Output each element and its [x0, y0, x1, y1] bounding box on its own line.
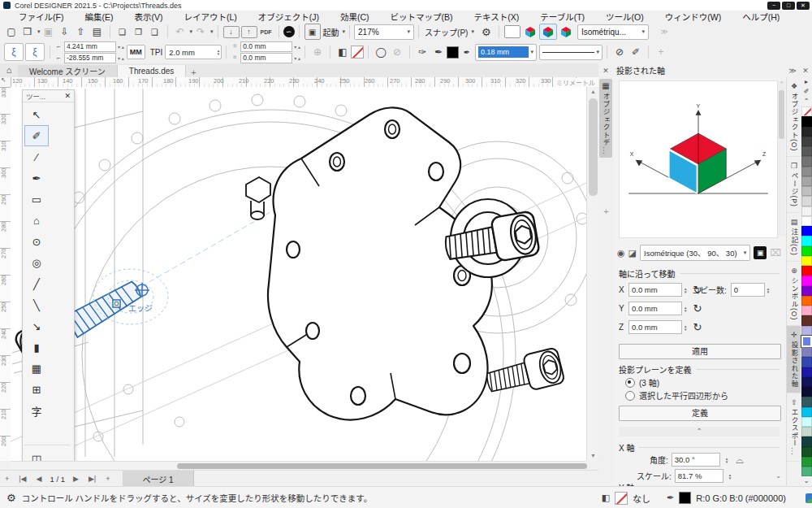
arrowhead-settings-icon[interactable]: ✐: [628, 45, 643, 59]
palette-swatch-ff00ff[interactable]: [801, 276, 812, 285]
corel-launcher-icon[interactable]: ∽: [283, 26, 295, 37]
vertical-scroll-thumb[interactable]: [589, 98, 598, 196]
add-docker-icon[interactable]: +: [598, 206, 614, 216]
palette-swatch-000000[interactable]: [801, 116, 812, 126]
no-projection-button[interactable]: [504, 25, 520, 38]
offset2-spin-icons[interactable]: ▾ ▴: [294, 55, 300, 61]
save-preset-icon[interactable]: ▣: [754, 246, 767, 259]
palette-swatch-262626[interactable]: [801, 127, 812, 137]
palette-swatch-00ffff[interactable]: [801, 236, 812, 245]
scroll-down-icon[interactable]: ▼: [587, 451, 599, 461]
menu-item-8[interactable]: テーブル(T): [529, 11, 595, 23]
previous-page-icon[interactable]: ◀: [32, 475, 47, 483]
open-dropdown-icon[interactable]: ▾: [37, 28, 41, 35]
outline-pen-icon[interactable]: ✒: [431, 45, 446, 59]
caliper-bracket[interactable]: [246, 107, 525, 419]
pitch-spinner[interactable]: ▴▾: [218, 49, 220, 55]
axis-field-z[interactable]: 0.0 mm: [628, 320, 682, 334]
snap-menu[interactable]: スナップ(P): [425, 26, 468, 38]
palette-scroll-up-icon[interactable]: ⌃: [804, 97, 810, 106]
palette-swatch-49b379[interactable]: [801, 467, 812, 476]
projection-preset-select[interactable]: Isométrique (30、 90、 30) ▾: [640, 245, 750, 261]
palette-swatch-6680e6[interactable]: [801, 336, 812, 347]
x-spin-icons[interactable]: ▾ ▴: [118, 44, 124, 50]
palette-swatch-404040[interactable]: [801, 137, 812, 146]
angle-spinner[interactable]: ▴▾: [726, 457, 728, 463]
menu-item-0[interactable]: ファイル(F): [8, 11, 74, 23]
ellipse-mode-icon[interactable]: ◯: [374, 45, 388, 59]
pick-tool[interactable]: ↖: [24, 104, 49, 125]
menu-item-5[interactable]: 効果(C): [330, 11, 380, 23]
close-button[interactable]: ✕: [797, 2, 810, 10]
palette-swatch-33595e[interactable]: [801, 397, 812, 406]
docker-tab-5[interactable]: ⇧エクスポー...: [787, 393, 801, 462]
pitch-field[interactable]: 2.0 mm ▴▾: [165, 45, 222, 59]
cylinder-tool[interactable]: ▮: [24, 336, 49, 358]
extrude-tool[interactable]: ◫: [24, 448, 49, 461]
minimize-button[interactable]: −: [767, 2, 780, 10]
docker-tab-4[interactable]: ✛投影された軸: [787, 326, 801, 393]
axis-field-y[interactable]: 0.0 mm: [628, 302, 682, 315]
outline-width-value[interactable]: 0.18 mm: [478, 46, 529, 58]
line-style-select[interactable]: ▾: [539, 45, 603, 60]
palette-swatch-1a1aa6[interactable]: [801, 367, 812, 377]
undo-dropdown-icon[interactable]: ▾: [190, 28, 193, 35]
palette-flyout-icon[interactable]: ▸: [805, 77, 808, 87]
thread-style-button-1[interactable]: ξ: [4, 43, 24, 61]
image-adjustment-icon[interactable]: [806, 493, 812, 503]
rectangle-tool[interactable]: ▭: [24, 189, 49, 210]
delete-preset-icon[interactable]: ⌧: [770, 247, 781, 258]
palette-swatch-123f3f[interactable]: [801, 436, 812, 446]
offset2-field[interactable]: 0.0 mm: [240, 53, 292, 63]
docker-bottom-chevron-icon[interactable]: ⌄: [775, 472, 781, 480]
import-cloud-button[interactable]: ⇩: [58, 24, 72, 39]
redo-dropdown-icon[interactable]: ▾: [210, 28, 214, 35]
docker-tab-1[interactable]: ❐ページ(P): [787, 157, 801, 213]
palette-swatch-ff0000[interactable]: [801, 266, 812, 276]
palette-swatch-ff6600[interactable]: [801, 296, 812, 306]
docker-tab-3[interactable]: ⊛シンボル(O): [787, 262, 801, 326]
add-page-after-icon[interactable]: +: [101, 475, 114, 483]
status-gear-icon[interactable]: ⚙: [6, 492, 16, 504]
outline-settings-icon[interactable]: ⊘: [612, 45, 627, 59]
ellipse-tool[interactable]: ◎: [24, 252, 49, 273]
fill-bucket-icon[interactable]: ◧: [335, 45, 350, 59]
palette-swatch-8c8c8c[interactable]: [801, 167, 812, 176]
pen-tool[interactable]: ✒: [24, 167, 49, 189]
palette-swatch-00e600[interactable]: [801, 246, 812, 256]
protractor-icon[interactable]: ⌓: [736, 454, 744, 466]
thread-style-button-2[interactable]: ξ: [25, 43, 45, 61]
outline-color-swatch[interactable]: [447, 46, 459, 59]
tab-threads-document[interactable]: Threads.des: [118, 65, 187, 77]
next-page-icon[interactable]: ▶: [68, 475, 84, 483]
palette-swatch-b4b4e6[interactable]: [801, 326, 812, 336]
maximize-button[interactable]: □: [782, 2, 795, 10]
save-button[interactable]: ▣: [41, 24, 56, 39]
docker-tab-0[interactable]: ❖オブジェクト(O): [787, 77, 801, 157]
launch-dropdown-icon[interactable]: ▾: [343, 28, 346, 35]
menu-item-9[interactable]: ツール(O): [595, 11, 654, 23]
menu-item-11[interactable]: ヘルプ(H): [732, 11, 790, 23]
drawing-canvas[interactable]: エッジ ツー... ✕ ↖✐∕✒▭⌂⊙◎╱╲↘▮▦⊞字◫✎◧✑◯✥✐✛⚲Ψ✂@⊃…: [11, 87, 586, 461]
publish-pdf-button[interactable]: PDF: [259, 24, 274, 39]
menu-item-3[interactable]: レイアウト(L): [173, 11, 247, 23]
docker-scroll-up-icon[interactable]: ⌃: [778, 80, 785, 86]
scale-spinner[interactable]: ▴▾: [729, 473, 732, 480]
palette-swatch-none[interactable]: [801, 106, 812, 116]
menu-item-4[interactable]: オブジェクト(J): [248, 11, 330, 23]
first-page-icon[interactable]: |◀: [14, 475, 31, 483]
paste-button[interactable]: ❑: [148, 24, 162, 39]
palette-swatch-c5d9cd[interactable]: [801, 427, 812, 436]
axis-spinner-z[interactable]: ▴▾: [685, 324, 687, 331]
docker-close-icon[interactable]: ✕: [799, 67, 812, 75]
shape-edit-tool[interactable]: ✐: [24, 125, 49, 146]
axis-spinner-x[interactable]: ▴▾: [685, 287, 687, 293]
define-button[interactable]: 定義: [619, 406, 781, 421]
radio-3-axes[interactable]: (3 軸): [625, 376, 659, 389]
palette-swatch-1f9934[interactable]: [801, 457, 812, 467]
palette-swatch-d9d9d9[interactable]: [801, 196, 812, 206]
bottom-right-screw[interactable]: [484, 347, 565, 400]
palette-swatch-ffadc9[interactable]: [801, 306, 812, 315]
outline-width-combo[interactable]: 0.18 mm ▾: [475, 44, 537, 61]
scroll-up-icon[interactable]: ▲: [587, 87, 599, 97]
